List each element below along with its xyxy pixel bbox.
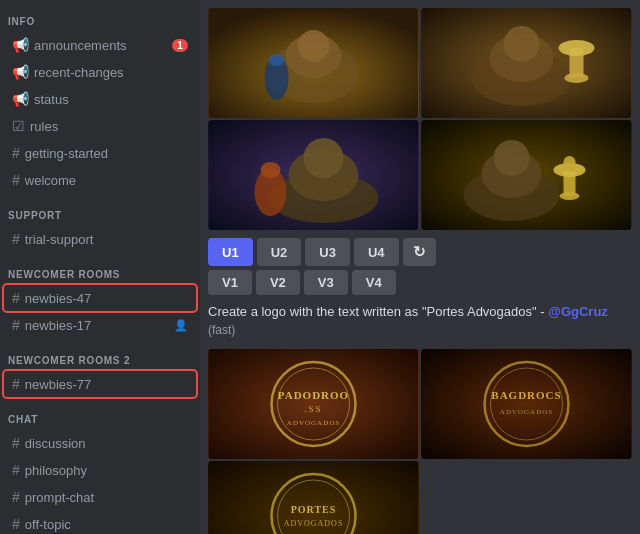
svg-point-11 xyxy=(559,40,595,56)
svg-point-25 xyxy=(560,192,580,200)
hash-icon: # xyxy=(12,145,20,161)
channel-name: trial-support xyxy=(25,232,188,247)
capybara-image-1 xyxy=(208,8,419,118)
tag-label: (fast) xyxy=(208,323,235,337)
channel-name: recent-changes xyxy=(34,65,188,80)
channel-recent-changes[interactable]: 📢 recent-changes xyxy=(4,59,196,85)
logo-image-bottom-left: PORTES ADVOGADOS xyxy=(208,461,419,534)
hash-icon: # xyxy=(12,516,20,532)
svg-text:ADVOGADOS: ADVOGADOS xyxy=(287,419,340,427)
svg-point-3 xyxy=(298,30,330,62)
svg-text:BAGDROCS: BAGDROCS xyxy=(491,389,561,401)
prompt-text: Create a logo with the text written as "… xyxy=(200,299,640,345)
top-image-grid xyxy=(200,0,640,234)
v2-button[interactable]: V2 xyxy=(256,270,300,295)
svg-point-9 xyxy=(504,26,540,62)
channel-name: newbies-47 xyxy=(25,291,188,306)
logo-image-bagdrocs: BAGDROCS ADVOGADOS xyxy=(421,349,632,459)
u1-button[interactable]: U1 xyxy=(208,238,253,266)
u3-button[interactable]: U3 xyxy=(305,238,350,266)
hash-icon: # xyxy=(12,231,20,247)
channel-name: off-topic xyxy=(25,517,188,532)
channel-announcements[interactable]: 📢 announcements 1 xyxy=(4,32,196,58)
hash-icon: # xyxy=(12,435,20,451)
logo-image-padodroo: PADODROO .SS ADVOGADOS xyxy=(208,349,419,459)
svg-text:ADVOGADOS: ADVOGADOS xyxy=(500,408,553,416)
channel-discussion[interactable]: # discussion xyxy=(4,430,196,456)
channel-name: prompt-chat xyxy=(25,490,188,505)
logo-image-2: BAGDROCS ADVOGADOS xyxy=(421,349,632,459)
prompt-content: Create a logo with the text written as "… xyxy=(208,304,545,319)
channel-name: welcome xyxy=(25,173,188,188)
svg-point-16 xyxy=(304,138,344,178)
svg-point-5 xyxy=(269,54,285,66)
channel-name: announcements xyxy=(34,38,172,53)
svg-rect-33 xyxy=(422,349,632,459)
image-cell-4 xyxy=(421,120,632,230)
controls-row-2: V1 V2 V3 V4 xyxy=(200,268,640,299)
section-newcomer-rooms-2: NEWCOMER ROOMS 2 xyxy=(0,339,200,370)
mention: @GgCruz xyxy=(548,304,608,319)
channel-trial-support[interactable]: # trial-support xyxy=(4,226,196,252)
v3-button[interactable]: V3 xyxy=(304,270,348,295)
channel-name: philosophy xyxy=(25,463,188,478)
image-cell-2 xyxy=(421,8,632,118)
channel-welcome[interactable]: # welcome xyxy=(4,167,196,193)
channel-name: status xyxy=(34,92,188,107)
bottom-image-grid: PADODROO .SS ADVOGADOS xyxy=(200,345,640,534)
svg-point-12 xyxy=(565,73,589,83)
u4-button[interactable]: U4 xyxy=(354,238,399,266)
channel-name: newbies-17 xyxy=(25,318,172,333)
svg-text:PADODROO: PADODROO xyxy=(278,389,349,401)
hash-icon: # xyxy=(12,317,20,333)
section-info: INFO xyxy=(0,0,200,31)
svg-point-22 xyxy=(494,140,530,176)
channel-philosophy[interactable]: # philosophy xyxy=(4,457,196,483)
capybara-image-2 xyxy=(421,8,632,118)
main-content: U1 U2 U3 U4 V1 V2 V3 V4 Create a logo wi… xyxy=(200,0,640,534)
hash-icon: # xyxy=(12,172,20,188)
checkbox-icon: ☑ xyxy=(12,118,25,134)
megaphone-icon: 📢 xyxy=(12,64,29,80)
channel-prompt-chat[interactable]: # prompt-chat xyxy=(4,484,196,510)
user-icon: 👤 xyxy=(174,319,188,332)
logo-image-3: PORTES ADVOGADOS xyxy=(208,461,419,534)
image-cell-1 xyxy=(208,8,419,118)
capybara-image-3 xyxy=(208,120,419,230)
hash-icon: # xyxy=(12,489,20,505)
svg-point-18 xyxy=(261,162,281,178)
megaphone-icon: 📢 xyxy=(12,37,29,53)
u2-button[interactable]: U2 xyxy=(257,238,302,266)
hash-icon: # xyxy=(12,290,20,306)
channel-newbies-77[interactable]: # newbies-77 xyxy=(4,371,196,397)
v1-button[interactable]: V1 xyxy=(208,270,252,295)
svg-rect-26 xyxy=(564,156,576,172)
svg-text:PORTES: PORTES xyxy=(291,504,337,515)
channel-name: newbies-77 xyxy=(25,377,188,392)
channel-getting-started[interactable]: # getting-started xyxy=(4,140,196,166)
channel-name: getting-started xyxy=(25,146,188,161)
channel-newbies-47[interactable]: # newbies-47 xyxy=(4,285,196,311)
svg-text:ADVOGADOS: ADVOGADOS xyxy=(284,519,344,528)
channel-rules[interactable]: ☑ rules xyxy=(4,113,196,139)
section-chat: CHAT xyxy=(0,398,200,429)
section-newcomer-rooms: NEWCOMER ROOMS xyxy=(0,253,200,284)
controls-row-1: U1 U2 U3 U4 xyxy=(200,234,640,268)
section-support: SUPPORT xyxy=(0,194,200,225)
logo-image-1: PADODROO .SS ADVOGADOS xyxy=(208,349,419,459)
channel-badge: 1 xyxy=(172,39,188,52)
channel-status[interactable]: 📢 status xyxy=(4,86,196,112)
svg-text:.SS: .SS xyxy=(304,404,322,414)
refresh-icon xyxy=(413,245,426,260)
channel-off-topic[interactable]: # off-topic xyxy=(4,511,196,534)
hash-icon: # xyxy=(12,462,20,478)
image-cell-3 xyxy=(208,120,419,230)
capybara-image-4 xyxy=(421,120,632,230)
v4-button[interactable]: V4 xyxy=(352,270,396,295)
megaphone-icon: 📢 xyxy=(12,91,29,107)
refresh-button[interactable] xyxy=(403,238,436,266)
channel-newbies-17[interactable]: # newbies-17 👤 xyxy=(4,312,196,338)
sidebar: INFO 📢 announcements 1 📢 recent-changes … xyxy=(0,0,200,534)
hash-icon: # xyxy=(12,376,20,392)
channel-name: discussion xyxy=(25,436,188,451)
